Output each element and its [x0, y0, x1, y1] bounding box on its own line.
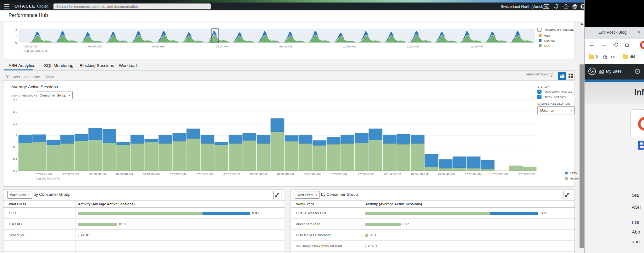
bar-low[interactable] [75, 134, 88, 141]
tab-workload[interactable]: Workload [119, 63, 137, 68]
max-threads-checkbox-2[interactable] [537, 90, 541, 94]
bar-low[interactable] [313, 140, 326, 146]
bar-internal[interactable] [75, 141, 88, 171]
bookmark-code[interactable]: <> [610, 55, 615, 59]
bar-internal[interactable] [33, 142, 46, 171]
bar-low[interactable] [453, 157, 466, 168]
bar-internal[interactable] [481, 169, 494, 171]
bar-low[interactable] [467, 157, 480, 168]
bar-internal[interactable] [173, 141, 186, 171]
bar-low[interactable] [257, 135, 270, 143]
language-globe-icon[interactable] [572, 4, 578, 9]
bar-low[interactable] [481, 160, 494, 169]
bar-internal[interactable] [19, 143, 32, 171]
bar-low[interactable] [19, 135, 32, 143]
forward-icon[interactable]: → [601, 41, 607, 48]
bar-internal[interactable] [383, 143, 396, 171]
scrollbar-thumb[interactable] [580, 64, 584, 248]
bar-low[interactable] [299, 135, 312, 143]
bar-internal[interactable] [159, 143, 172, 171]
chart-view-button[interactable] [558, 72, 566, 80]
bar-low[interactable] [187, 129, 200, 139]
timeline-chart[interactable]: 01205:00 AM06:00 AM07:00 AM08:00 AM09:00… [13, 27, 538, 54]
table-row[interactable]: Scheduler< 0.01 [3, 230, 285, 241]
bar-low[interactable] [103, 129, 116, 143]
total-activity-checkbox[interactable] [537, 95, 541, 99]
bookmark-globe-icon[interactable] [603, 55, 608, 60]
bar-low[interactable] [439, 160, 452, 168]
back-icon[interactable]: ← [589, 41, 595, 48]
table-row[interactable]: CPU0.83 [3, 208, 285, 219]
wait-event-expand-button[interactable] [563, 191, 571, 199]
search-input[interactable] [53, 3, 211, 9]
table-row[interactable]: User I/O0.19 [3, 219, 285, 230]
bar-low[interactable] [61, 135, 74, 143]
bar-internal[interactable] [89, 140, 102, 171]
grid-view-button[interactable] [567, 72, 575, 80]
bar-internal[interactable] [397, 144, 410, 171]
bar-low[interactable] [130, 135, 144, 143]
scrollbar-up-arrow[interactable] [580, 23, 583, 25]
bar-internal[interactable] [201, 143, 214, 171]
bar-low[interactable] [117, 142, 130, 145]
tab-sql-monitoring[interactable]: SQL Monitoring [44, 63, 73, 68]
bar-low[interactable] [327, 137, 340, 144]
bar-low[interactable] [369, 129, 382, 140]
browser-tab-title[interactable]: Edit Post ‹ Blog [598, 30, 627, 35]
table-row[interactable] [3, 252, 285, 253]
my-sites-link[interactable]: My Sites [606, 69, 622, 74]
wait-class-expand-button[interactable] [273, 191, 281, 199]
bar-internal[interactable] [215, 145, 228, 171]
bar-low[interactable] [173, 133, 186, 141]
bar-low[interactable] [229, 135, 242, 143]
bar-low[interactable] [159, 135, 172, 143]
tab-close-icon[interactable]: × [638, 29, 641, 35]
bar-internal[interactable] [271, 132, 284, 171]
table-row[interactable]: ASM IO for non blocking poll0.01 [291, 252, 575, 253]
bar-internal[interactable] [313, 146, 326, 171]
table-row[interactable] [3, 241, 285, 252]
bar-internal[interactable] [523, 167, 536, 171]
stats-gauge-icon[interactable] [634, 68, 641, 74]
region-selector[interactable]: Switzerland North (Zurich)▾ [501, 4, 547, 9]
bar-low[interactable] [145, 139, 158, 142]
bar-internal[interactable] [411, 143, 424, 171]
table-row[interactable]: CPU + Wait for CPU0.83 [291, 208, 575, 219]
filter-funnel-icon[interactable] [6, 74, 10, 79]
total-activity-option[interactable]: TOTAL ACTIVITY [537, 95, 567, 99]
wait-event-selector-dropdown[interactable]: Wait Event▾ [295, 191, 320, 199]
wait-class-selector-dropdown[interactable]: Wait Class▾ [7, 191, 32, 199]
bar-internal[interactable] [145, 142, 158, 171]
bar-low[interactable] [397, 134, 410, 144]
help-icon[interactable]: ? [563, 4, 569, 9]
bar-low[interactable] [425, 154, 438, 167]
bar-low[interactable] [355, 133, 368, 143]
max-threads-option[interactable]: MAXIMUM THREADS [537, 90, 572, 94]
bar-low[interactable] [47, 140, 60, 145]
oracle-cloud-logo[interactable]: ORACLECloud [14, 4, 48, 8]
bar-internal[interactable] [509, 166, 522, 171]
bar-low[interactable] [201, 135, 214, 143]
bookmark-dbi[interactable]: dbi [630, 55, 635, 59]
my-sites-icon[interactable] [598, 69, 604, 74]
bar-low[interactable] [285, 135, 298, 141]
bar-internal[interactable] [285, 141, 298, 171]
time-selector-brush[interactable] [212, 29, 219, 43]
home-icon[interactable] [624, 42, 630, 47]
bookmark-folder-icon-2[interactable] [623, 55, 628, 59]
bar-low[interactable] [383, 135, 396, 143]
wordpress-logo-icon[interactable]: W [588, 68, 596, 75]
bar-low[interactable] [243, 134, 256, 140]
average-active-sessions-chart[interactable]: 0.00.40.81.21.62.02.407:49:40 AM07:50:00… [10, 98, 541, 180]
bar-internal[interactable] [61, 143, 74, 171]
bar-internal[interactable] [299, 143, 312, 171]
bar-internal[interactable] [341, 143, 354, 171]
browser-profile-icon[interactable] [640, 41, 644, 49]
bar-low[interactable] [89, 128, 102, 140]
sample-resolution-dropdown[interactable]: Maximum▾ [537, 106, 575, 114]
hamburger-menu-icon[interactable] [4, 4, 9, 8]
bar-low[interactable] [341, 135, 354, 143]
bar-low[interactable] [215, 142, 228, 145]
max-threads-checkbox[interactable] [537, 28, 541, 32]
bar-internal[interactable] [369, 140, 382, 171]
